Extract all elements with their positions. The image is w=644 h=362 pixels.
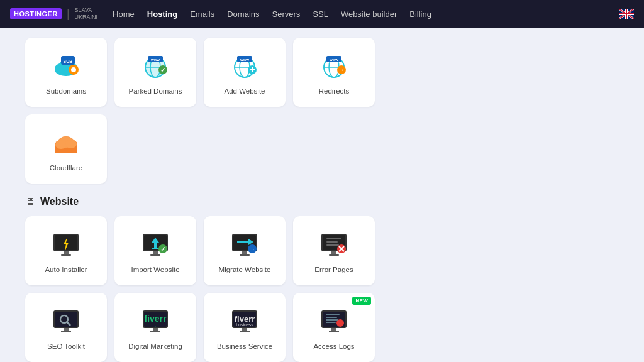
nav-servers[interactable]: Servers [272,9,301,19]
svg-rect-69 [242,251,247,254]
svg-rect-61 [153,251,158,254]
svg-rect-87 [64,328,69,331]
svg-rect-82 [55,312,77,327]
svg-rect-34 [250,69,255,70]
svg-text:→: → [249,246,255,253]
svg-point-49 [65,140,77,148]
card-migrate-website[interactable]: → Migrate Website [204,216,286,285]
svg-rect-58 [152,248,159,249]
brand-logo: HOSTINGER [10,8,62,19]
business-service-label: Business Service [217,343,272,350]
card-seo-toolkit[interactable]: SEO Toolkit [25,293,107,362]
new-badge: NEW [352,297,371,305]
access-logs-label: Access Logs [313,343,354,350]
svg-text:✓: ✓ [160,67,165,74]
navbar-right [619,9,634,19]
svg-rect-88 [61,331,71,332]
svg-text:.: . [155,323,156,327]
brand: HOSTINGER | SLAVA UKRAINI [10,7,97,21]
migrate-website-label: Migrate Website [219,266,271,273]
digital-marketing-label: Digital Marketing [128,343,182,350]
cloudflare-icon [50,126,82,159]
nav-ssl[interactable]: SSL [313,9,328,19]
card-add-website[interactable]: www Add Website [204,38,286,107]
access-logs-icon [318,305,350,337]
subdomains-icon: SUB [50,50,82,82]
svg-rect-8 [619,13,634,14]
card-cloudflare[interactable]: Cloudflare [25,114,107,184]
import-website-label: Import Website [131,266,179,273]
card-parked-domains[interactable]: www ✓ Parked Domains [114,38,196,107]
nav-emails[interactable]: Emails [190,9,214,19]
svg-rect-65 [237,241,248,243]
error-pages-icon [318,228,350,261]
website-card-grid-2: SEO Toolkit fiverr . Digital Marketing [25,293,619,362]
svg-rect-62 [150,254,160,256]
svg-rect-70 [240,254,250,256]
svg-rect-99 [242,328,247,331]
svg-rect-75 [326,244,339,246]
svg-rect-73 [326,238,341,239]
card-subdomains[interactable]: SUB Subdomains [25,38,107,107]
cloudflare-label: Cloudflare [50,164,82,172]
svg-rect-79 [331,251,336,254]
parked-domains-label: Parked Domains [128,87,182,95]
card-import-website[interactable]: ✓ Import Website [114,216,196,285]
website-section-icon: 🖥 [25,196,35,207]
card-redirects[interactable]: www → Redirects [293,38,375,107]
card-digital-marketing[interactable]: fiverr . Digital Marketing [114,293,196,362]
svg-text:business: business [236,322,253,327]
svg-text:✓: ✓ [160,246,165,253]
svg-rect-80 [329,254,339,256]
svg-rect-53 [64,251,69,254]
migrate-website-icon: → [228,228,261,261]
website-card-grid-1: Auto Installer ✓ Import Website [25,216,619,285]
svg-rect-94 [150,331,160,332]
main-content: SUB Subdomains [0,28,644,362]
svg-text:SUB: SUB [64,59,73,63]
domains-card-grid: SUB Subdomains [25,38,619,107]
card-access-logs[interactable]: NEW Access Logs [293,293,375,362]
card-error-pages[interactable]: Error Pages [293,216,375,285]
website-section-title: Website [40,196,79,207]
svg-rect-93 [153,328,158,331]
parked-domains-icon: www ✓ [139,50,172,82]
navbar-links: Home Hosting Emails Domains Servers SSL … [113,9,604,19]
add-website-label: Add Website [225,87,265,95]
seo-toolkit-icon [50,305,82,337]
svg-rect-17 [73,65,74,67]
redirects-label: Redirects [319,87,350,95]
svg-text:fiverr: fiverr [144,314,167,324]
business-service-icon: fiverr business [228,305,261,337]
nav-home[interactable]: Home [113,9,135,19]
brand-divider: | [67,8,70,21]
auto-installer-label: Auto Installer [45,266,87,273]
svg-text:www: www [329,58,338,62]
redirects-icon: www → [318,50,350,82]
svg-rect-108 [331,328,336,331]
cloudflare-row: Cloudflare [25,114,619,184]
card-business-service[interactable]: fiverr business Business Service [204,293,286,362]
svg-rect-105 [326,319,338,321]
svg-rect-100 [240,331,250,332]
auto-installer-icon [50,228,82,261]
navbar: HOSTINGER | SLAVA UKRAINI Home Hosting E… [0,0,644,28]
svg-text:www: www [240,58,249,62]
digital-marketing-icon: fiverr . [139,305,172,337]
subdomains-label: Subdomains [46,87,86,95]
nav-domains[interactable]: Domains [227,9,259,19]
flag-icon [619,9,634,19]
svg-rect-109 [329,331,339,332]
error-pages-label: Error Pages [314,266,353,273]
svg-point-48 [55,140,67,149]
svg-rect-104 [326,317,337,318]
nav-website-builder[interactable]: Website builder [341,9,397,19]
seo-toolkit-label: SEO Toolkit [47,343,85,350]
nav-hosting[interactable]: Hosting [147,9,177,19]
add-website-icon: www [228,50,261,82]
svg-rect-106 [326,322,336,323]
svg-rect-18 [73,72,74,75]
import-website-icon: ✓ [139,228,172,261]
card-auto-installer[interactable]: Auto Installer [25,216,107,285]
nav-billing[interactable]: Billing [409,9,431,19]
